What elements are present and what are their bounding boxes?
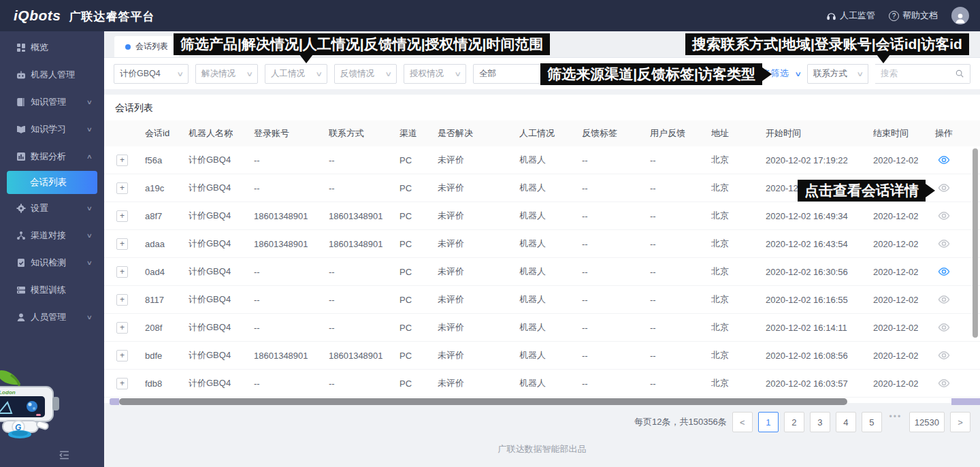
table-cell: 北京 xyxy=(711,349,766,361)
table-cell: -- xyxy=(329,155,399,165)
expand-row-button[interactable]: + xyxy=(116,378,128,389)
table-cell: -- xyxy=(582,323,650,333)
pagination-summary: 每页12条，共150356条 xyxy=(634,416,727,428)
table-cell: -- xyxy=(650,239,711,249)
chart-icon xyxy=(16,152,26,161)
expand-row-button[interactable]: + xyxy=(116,322,128,334)
annotation-arrow-down xyxy=(299,54,313,63)
expand-row-button[interactable]: + xyxy=(116,210,128,222)
session-table: 会话id机器人名称登录账号联系方式渠道是否解决人工情况反馈标签用户反馈地址开始时… xyxy=(104,120,980,398)
table-cell: -- xyxy=(254,267,329,277)
annotation-arrow-down xyxy=(877,54,890,63)
sidebar-subitem-session-list-active[interactable]: 会话列表 xyxy=(7,171,97,194)
table-cell: 2020-12-02 xyxy=(873,379,918,389)
view-session-eye-icon[interactable] xyxy=(938,238,950,250)
table-cell: 未评价 xyxy=(438,321,519,334)
view-session-eye-icon[interactable] xyxy=(938,321,950,334)
chevron-down-icon: ∨ xyxy=(176,70,184,78)
expand-row-button[interactable]: + xyxy=(116,266,128,278)
table-cell: 未评价 xyxy=(438,154,519,166)
expand-row-button[interactable]: + xyxy=(116,294,128,306)
pagination-ellipsis: ••• xyxy=(887,412,904,432)
sidebar-item-overview[interactable]: 概览 xyxy=(0,34,104,61)
table-cell: -- xyxy=(254,379,329,389)
expand-row-button[interactable]: + xyxy=(116,238,128,250)
table-cell: f56a xyxy=(145,155,189,165)
chevron-down-icon: ∨ xyxy=(856,70,864,78)
table-cell: -- xyxy=(582,183,650,193)
table-row: +0ad4计价GBQ4----PC未评价机器人----北京2020-12-02 … xyxy=(104,258,980,286)
user-avatar[interactable] xyxy=(951,7,969,25)
table-cell: 计价GBQ4 xyxy=(189,265,254,278)
manual-status-filter-select[interactable]: 人工情况∨ xyxy=(265,64,327,84)
sidebar-collapse-icon[interactable] xyxy=(59,449,71,462)
sidebar-item-model-training[interactable]: 模型训练 xyxy=(0,276,104,304)
manual-monitor-link[interactable]: 人工监管 xyxy=(826,10,875,22)
table-cell: 未评价 xyxy=(438,182,519,194)
pagination-page-2[interactable]: 2 xyxy=(784,412,804,432)
tab-session-list[interactable]: 会话列表 xyxy=(114,36,179,57)
table-cell: 0ad4 xyxy=(145,267,189,277)
table-cell: 机器人 xyxy=(519,238,582,250)
view-session-eye-icon[interactable] xyxy=(938,377,950,389)
view-session-eye-icon[interactable] xyxy=(938,210,950,222)
contact-type-value: 联系方式 xyxy=(813,68,847,80)
help-doc-link[interactable]: ? 帮助文档 xyxy=(889,10,938,22)
view-session-eye-icon[interactable] xyxy=(938,265,950,278)
table-cell: 2020-12-02 16:03:57 xyxy=(766,379,873,389)
column-header: 开始时间 xyxy=(766,127,873,140)
view-session-eye-icon[interactable] xyxy=(938,154,950,166)
pagination-page-12530[interactable]: 12530 xyxy=(909,412,945,432)
table-cell: 机器人 xyxy=(519,293,582,306)
sidebar-item-knowledge-learning[interactable]: 知识学习∨ xyxy=(0,116,104,143)
hscroll-track-right xyxy=(951,398,980,405)
table-row: +a8f7计价GBQ41860134890118601348901PC未评价机器… xyxy=(104,202,980,230)
product-filter-select[interactable]: 计价GBQ4∨ xyxy=(114,64,189,84)
sidebar-item-robot-management[interactable]: 机器人管理 xyxy=(0,61,104,88)
sidebar-item-knowledge-management[interactable]: 知识管理∨ xyxy=(0,88,104,116)
sidebar-item-data-analysis[interactable]: 数据分析∧ xyxy=(0,143,104,170)
expand-row-button[interactable]: + xyxy=(116,350,128,361)
sidebar: 概览机器人管理知识管理∨知识学习∨数据分析∧会话列表设置∨渠道对接∨知识检测∨模… xyxy=(0,31,104,467)
contact-type-select[interactable]: 联系方式∨ xyxy=(807,64,868,84)
share-icon xyxy=(16,231,26,240)
table-cell: -- xyxy=(329,183,399,193)
sidebar-item-knowledge-check[interactable]: 知识检测∨ xyxy=(0,249,104,276)
view-session-eye-icon[interactable] xyxy=(938,182,950,194)
pagination-page-3[interactable]: 3 xyxy=(810,412,830,432)
vertical-scrollbar-thumb[interactable] xyxy=(973,148,978,338)
table-cell: 2020-12-02 16:08:56 xyxy=(766,351,873,361)
pagination-page-1[interactable]: 1 xyxy=(758,412,779,432)
sidebar-item-label: 知识管理 xyxy=(31,96,66,108)
pagination-prev-button[interactable]: < xyxy=(732,412,753,432)
table-cell: -- xyxy=(582,211,650,221)
view-session-eye-icon[interactable] xyxy=(938,349,950,361)
auth-status-filter-select[interactable]: 授权情况∨ xyxy=(404,64,466,84)
expand-row-button[interactable]: + xyxy=(116,182,128,194)
search-icon[interactable] xyxy=(955,69,964,78)
pagination-next-button[interactable]: > xyxy=(950,412,970,432)
table-cell: -- xyxy=(650,267,711,277)
book-icon xyxy=(16,97,26,107)
search-input[interactable] xyxy=(881,69,955,78)
hscroll-thumb[interactable] xyxy=(119,398,847,405)
view-session-eye-icon[interactable] xyxy=(938,293,950,306)
table-cell: fdb8 xyxy=(145,379,189,389)
table-cell: 8117 xyxy=(145,295,189,305)
sidebar-item-personnel-management[interactable]: 人员管理∨ xyxy=(0,304,104,331)
column-header: 人工情况 xyxy=(519,127,582,140)
pagination-page-5[interactable]: 5 xyxy=(862,412,882,432)
sidebar-item-label: 概览 xyxy=(31,42,48,54)
question-circle-icon: ? xyxy=(889,11,899,21)
layers-icon xyxy=(16,285,26,295)
solve-status-filter-select[interactable]: 解决情况∨ xyxy=(195,64,258,84)
sidebar-item-channel-connect[interactable]: 渠道对接∨ xyxy=(0,222,104,249)
horizontal-scrollbar xyxy=(104,398,980,405)
sidebar-item-settings[interactable]: 设置∨ xyxy=(0,195,104,222)
table-cell: 北京 xyxy=(711,210,766,222)
annotation-arrow-right xyxy=(762,67,772,81)
chevron-down-icon: ∨ xyxy=(794,70,802,78)
feedback-status-filter-select[interactable]: 反馈情况∨ xyxy=(334,64,397,84)
pagination-page-4[interactable]: 4 xyxy=(836,412,856,432)
expand-row-button[interactable]: + xyxy=(116,155,128,166)
